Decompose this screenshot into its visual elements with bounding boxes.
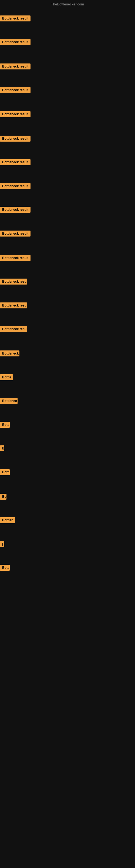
bottleneck-badge[interactable]: | — [0, 541, 4, 547]
bottleneck-badge[interactable]: Bottleneck result — [0, 255, 31, 261]
bottleneck-badge[interactable]: Bottleneck result — [0, 135, 31, 142]
bottleneck-badge[interactable]: Bottleneck result — [0, 39, 31, 45]
bottleneck-item: Bottlen — [0, 517, 15, 524]
bottleneck-badge[interactable]: Bottleneck resu — [0, 303, 27, 308]
bottleneck-item: Bottleneck result — [0, 111, 31, 118]
bottleneck-badge[interactable]: Bo — [0, 494, 6, 500]
bottleneck-item: Bottlenec — [0, 398, 17, 405]
bottleneck-item: Bottleneck resu — [0, 279, 27, 286]
bottleneck-item: Bottleneck result — [0, 39, 31, 46]
bottleneck-badge[interactable]: Bott — [0, 469, 10, 475]
bottleneck-item: Bottleneck result — [0, 63, 31, 70]
bottleneck-badge[interactable]: Bottleneck resu — [0, 326, 27, 332]
bottleneck-item: Bottleneck — [0, 350, 19, 358]
bottleneck-badge[interactable]: Bottleneck result — [0, 159, 31, 165]
bottleneck-item: Bottleneck result — [0, 87, 31, 94]
bottleneck-badge[interactable]: Bottleneck result — [0, 87, 31, 93]
bottleneck-badge[interactable]: Bott — [0, 565, 10, 571]
bottleneck-item: Bottleneck result — [0, 207, 31, 214]
bottleneck-item: B — [0, 445, 4, 453]
bottleneck-badge[interactable]: Bottleneck result — [0, 230, 31, 237]
bottleneck-item: Bott — [0, 422, 10, 429]
bottleneck-item: Bo — [0, 494, 6, 501]
bottleneck-item: Bottleneck result — [0, 230, 31, 238]
bottleneck-badge[interactable]: B — [0, 445, 4, 452]
bottleneck-badge[interactable]: Bottleneck — [0, 350, 19, 356]
bottleneck-item: Bott — [0, 469, 10, 476]
bottleneck-item: Bottleneck resu — [0, 326, 27, 333]
bottleneck-badge[interactable]: Bottleneck resu — [0, 279, 27, 284]
bottleneck-badge[interactable]: Bottleneck result — [0, 111, 31, 117]
bottleneck-badge[interactable]: Bott — [0, 422, 10, 428]
bottleneck-item: | — [0, 541, 4, 548]
bottleneck-item: Bottle — [0, 374, 13, 381]
site-title: TheBottlenecker.com — [51, 2, 84, 6]
bottleneck-item: Bottleneck result — [0, 255, 31, 262]
bottleneck-badge[interactable]: Bottlen — [0, 517, 15, 523]
bottleneck-item: Bottleneck result — [0, 135, 31, 143]
bottleneck-badge[interactable]: Bottle — [0, 374, 13, 380]
bottleneck-item: Bottleneck result — [0, 183, 31, 190]
bottleneck-badge[interactable]: Bottleneck result — [0, 183, 31, 189]
site-header: TheBottlenecker.com — [0, 0, 135, 7]
bottleneck-badge[interactable]: Bottleneck result — [0, 63, 31, 69]
bottleneck-item: Bottleneck result — [0, 16, 31, 23]
bottleneck-badge[interactable]: Bottleneck result — [0, 207, 31, 213]
bottleneck-badge[interactable]: Bottleneck result — [0, 16, 31, 22]
bottleneck-item: Bottleneck resu — [0, 303, 27, 310]
bottleneck-item: Bottleneck result — [0, 159, 31, 166]
bottleneck-badge[interactable]: Bottlenec — [0, 398, 17, 404]
bottleneck-item: Bott — [0, 565, 10, 572]
